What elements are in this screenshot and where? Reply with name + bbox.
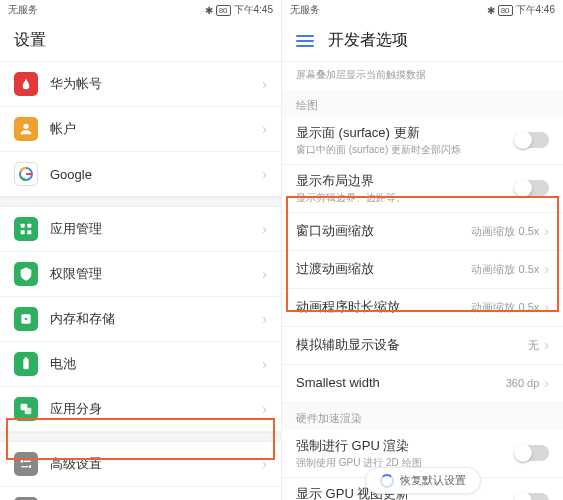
option-sub: 显示剪辑边界、边距等。	[296, 192, 515, 204]
chevron-right-icon: ›	[262, 266, 267, 282]
option-title: 窗口动画缩放	[296, 223, 471, 240]
battery-icon: 80	[498, 5, 513, 16]
row-label: 华为帐号	[50, 75, 262, 93]
chevron-right-icon: ›	[262, 401, 267, 417]
settings-row-apps[interactable]: 应用管理›	[0, 207, 281, 252]
settings-row-storage[interactable]: 内存和存储›	[0, 297, 281, 342]
sub-text: 屏幕叠加层显示当前触摸数据	[296, 68, 549, 82]
option-title: 模拟辅助显示设备	[296, 337, 528, 354]
chevron-right-icon: ›	[544, 223, 549, 239]
row-label: 应用管理	[50, 220, 262, 238]
row-label: 电池	[50, 355, 262, 373]
option-row[interactable]: 显示布局边界显示剪辑边界、边距等。	[282, 165, 563, 213]
anim-scale-row[interactable]: 窗口动画缩放动画缩放 0.5x›	[282, 213, 563, 251]
option-value: 360 dp	[506, 377, 540, 389]
anim-scale-row[interactable]: 动画程序时长缩放动画缩放 0.5x›	[282, 289, 563, 327]
chevron-right-icon: ›	[262, 221, 267, 237]
battery-icon	[14, 352, 38, 376]
partial-row: 屏幕叠加层显示当前触摸数据	[282, 62, 563, 90]
svg-rect-11	[25, 408, 32, 415]
option-row[interactable]: 显示面 (surface) 更新窗口中的面 (surface) 更新时全部闪烁	[282, 117, 563, 165]
huawei-icon	[14, 72, 38, 96]
option-title: 强制进行 GPU 渲染	[296, 438, 515, 455]
settings-row-user[interactable]: 帐户›	[0, 107, 281, 152]
adv-icon	[14, 452, 38, 476]
settings-pane: 无服务 ✱ 80 下午4:45 设置 华为帐号›帐户›Google›应用管理›权…	[0, 0, 281, 500]
carrier-text: 无服务	[290, 3, 320, 17]
separator	[0, 432, 281, 442]
settings-row-huawei[interactable]: 华为帐号›	[0, 62, 281, 107]
page-title: 开发者选项	[328, 30, 408, 51]
developer-options-pane: 无服务 ✱ 80 下午4:46 开发者选项 屏幕叠加层显示当前触摸数据 绘图 显…	[281, 0, 563, 500]
settings-row-dev[interactable]: {}开发者选项›	[0, 487, 281, 500]
menu-icon[interactable]	[296, 35, 314, 47]
option-sub: 窗口中的面 (surface) 更新时全部闪烁	[296, 144, 515, 156]
time-text: 下午4:45	[234, 3, 273, 17]
row-label: 帐户	[50, 120, 262, 138]
page-title: 设置	[14, 30, 46, 51]
dev-options-list[interactable]: 屏幕叠加层显示当前触摸数据 绘图 显示面 (surface) 更新窗口中的面 (…	[282, 62, 563, 500]
option-value: 动画缩放 0.5x	[471, 262, 539, 277]
toggle-switch[interactable]	[515, 132, 549, 148]
settings-row-clone[interactable]: 应用分身›	[0, 387, 281, 432]
chevron-right-icon: ›	[544, 299, 549, 315]
bluetooth-icon: ✱	[205, 5, 213, 16]
perm-icon	[14, 262, 38, 286]
svg-rect-3	[27, 224, 31, 228]
row-label: 内存和存储	[50, 310, 262, 328]
svg-point-12	[21, 460, 24, 463]
option-value: 动画缩放 0.5x	[471, 224, 539, 239]
option-row[interactable]: 模拟辅助显示设备无›	[282, 327, 563, 365]
spinner-icon	[380, 474, 394, 488]
header: 设置	[0, 20, 281, 62]
apps-icon	[14, 217, 38, 241]
row-label: Google	[50, 167, 262, 182]
option-value: 无	[528, 338, 539, 353]
time-text: 下午4:46	[516, 3, 555, 17]
chevron-right-icon: ›	[544, 261, 549, 277]
settings-list[interactable]: 华为帐号›帐户›Google›应用管理›权限管理›内存和存储›电池›应用分身›高…	[0, 62, 281, 500]
chevron-right-icon: ›	[262, 166, 267, 182]
svg-point-7	[25, 318, 28, 321]
clone-icon	[14, 397, 38, 421]
restore-defaults-button[interactable]: 恢复默认设置	[365, 467, 481, 494]
google-icon	[14, 162, 38, 186]
row-label: 高级设置	[50, 455, 262, 473]
svg-rect-2	[21, 224, 25, 228]
chevron-right-icon: ›	[544, 375, 549, 391]
chevron-right-icon: ›	[262, 356, 267, 372]
settings-row-battery[interactable]: 电池›	[0, 342, 281, 387]
settings-row-google[interactable]: Google›	[0, 152, 281, 197]
option-title: 显示面 (surface) 更新	[296, 125, 515, 142]
carrier-text: 无服务	[8, 3, 38, 17]
storage-icon	[14, 307, 38, 331]
section-drawing: 绘图	[282, 90, 563, 117]
chevron-right-icon: ›	[262, 456, 267, 472]
svg-rect-13	[24, 461, 31, 462]
section-hw: 硬件加速渲染	[282, 403, 563, 430]
option-row[interactable]: Smallest width360 dp›	[282, 365, 563, 403]
anim-scale-row[interactable]: 过渡动画缩放动画缩放 0.5x›	[282, 251, 563, 289]
settings-row-perm[interactable]: 权限管理›	[0, 252, 281, 297]
chevron-right-icon: ›	[544, 337, 549, 353]
settings-row-adv[interactable]: 高级设置›	[0, 442, 281, 487]
user-icon	[14, 117, 38, 141]
option-title: 显示布局边界	[296, 173, 515, 190]
chevron-right-icon: ›	[262, 121, 267, 137]
toggle-switch[interactable]	[515, 445, 549, 461]
svg-rect-9	[25, 357, 28, 359]
svg-rect-8	[23, 359, 28, 370]
svg-point-0	[23, 124, 28, 129]
bluetooth-icon: ✱	[487, 5, 495, 16]
svg-point-14	[29, 465, 32, 468]
battery-icon: 80	[216, 5, 231, 16]
header: 开发者选项	[282, 20, 563, 62]
chevron-right-icon: ›	[262, 76, 267, 92]
separator	[0, 197, 281, 207]
option-value: 动画缩放 0.5x	[471, 300, 539, 315]
toggle-switch[interactable]	[515, 180, 549, 196]
option-title: Smallest width	[296, 375, 506, 392]
row-label: 应用分身	[50, 400, 262, 418]
toggle-switch[interactable]	[515, 493, 549, 500]
option-title: 动画程序时长缩放	[296, 299, 471, 316]
